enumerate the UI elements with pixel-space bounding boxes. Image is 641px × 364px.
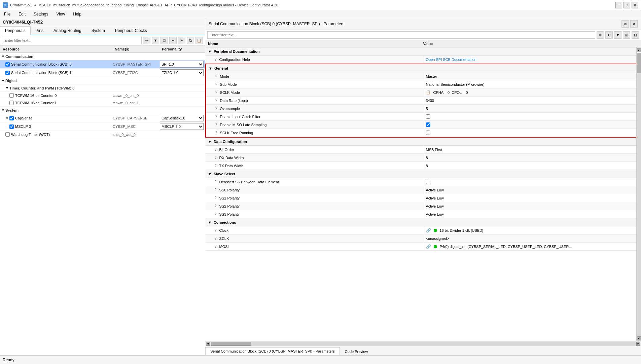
- help-icon-sclkmode[interactable]: ?: [215, 90, 217, 94]
- param-row-deassert-ss: ? Deassert SS Between Data Element: [205, 178, 641, 186]
- tab-system[interactable]: System: [86, 26, 110, 35]
- section-digital[interactable]: ▼ Digital: [0, 77, 205, 84]
- tab-pins[interactable]: Pins: [31, 26, 48, 35]
- capsense-personality-col: CapSense-1.0: [160, 115, 204, 121]
- bottom-tab-code-preview[interactable]: Code Preview: [340, 348, 373, 355]
- help-icon-ss3pol[interactable]: ?: [215, 212, 217, 216]
- deassert-ss-checkbox[interactable]: [426, 180, 430, 184]
- help-icon-rxwidth[interactable]: ?: [215, 156, 217, 159]
- left-filter-btn1[interactable]: ▼: [152, 37, 159, 44]
- help-icon-submode[interactable]: ?: [215, 82, 217, 86]
- maximize-button[interactable]: □: [624, 2, 630, 8]
- menu-view[interactable]: View: [55, 11, 66, 17]
- help-icon-ss1pol[interactable]: ?: [215, 196, 217, 200]
- section-system[interactable]: ▼ System: [0, 107, 205, 114]
- section-tcpwm-label: Timer, Counter, and PWM (TCPWM) 0: [9, 86, 204, 90]
- chevron-digital[interactable]: ▼: [1, 79, 5, 82]
- tab-analog-routing[interactable]: Analog-Routing: [48, 26, 86, 35]
- help-icon-mode[interactable]: ?: [215, 74, 217, 78]
- capsense-checkbox[interactable]: [9, 116, 14, 120]
- minimize-button[interactable]: ─: [615, 2, 622, 8]
- msclp0-personality-select[interactable]: MSCLP-3.0: [160, 123, 204, 130]
- msclp0-checkbox[interactable]: [9, 124, 14, 129]
- left-filter-input[interactable]: [2, 37, 142, 44]
- chevron-system[interactable]: ▼: [1, 108, 5, 112]
- tab-peripheral-clocks[interactable]: Peripheral-Clocks: [110, 26, 152, 35]
- scb0-personality-select[interactable]: SPI-1.0: [160, 61, 204, 68]
- scroll-left-btn[interactable]: ◄: [206, 342, 210, 346]
- left-filter-btn6[interactable]: 📋: [195, 37, 203, 44]
- scroll-up-btn[interactable]: ▲: [637, 48, 641, 52]
- scb1-checkbox[interactable]: [5, 71, 10, 75]
- right-filter-collapse-btn[interactable]: ⊟: [632, 31, 639, 39]
- left-filter-btn2[interactable]: □: [161, 37, 168, 44]
- help-icon-deassert-ss[interactable]: ?: [215, 180, 217, 184]
- vertical-scrollbar[interactable]: ▲ ▼: [636, 47, 641, 341]
- help-icon-mosi[interactable]: ?: [215, 245, 217, 248]
- right-detach-btn[interactable]: ⧉: [621, 20, 629, 28]
- inputglitch-checkbox[interactable]: [426, 114, 430, 119]
- tree-item-scb0[interactable]: Serial Communication Block (SCB) 0 CYBSP…: [0, 60, 205, 69]
- menu-settings[interactable]: Settings: [32, 11, 49, 17]
- help-icon-datarate[interactable]: ?: [215, 99, 217, 102]
- scb0-checkbox[interactable]: [5, 62, 10, 67]
- section-tcpwm[interactable]: ▼ Timer, Counter, and PWM (TCPWM) 0: [0, 84, 205, 92]
- close-button[interactable]: ✕: [632, 2, 638, 8]
- scroll-thumb[interactable]: [637, 53, 641, 73]
- scb1-personality-select[interactable]: EZI2C-1.0: [160, 69, 204, 76]
- help-icon-txwidth[interactable]: ?: [215, 164, 217, 168]
- help-icon-misosampling[interactable]: ?: [215, 123, 217, 126]
- bottom-tab-params[interactable]: Serial Communication Block (SCB) 0 (CYBS…: [205, 347, 340, 355]
- help-icon-config[interactable]: ?: [215, 58, 217, 61]
- tcpwm1-checkbox[interactable]: [9, 101, 14, 105]
- right-filter-refresh-btn[interactable]: ↻: [605, 31, 613, 39]
- open-spi-docs-link[interactable]: Open SPI SCB Documentation: [426, 58, 476, 62]
- section-slave-select[interactable]: ▼ Slave Select: [205, 170, 641, 178]
- chevron-capsense[interactable]: ▼: [5, 116, 9, 120]
- tree-item-msclp0[interactable]: MSCLP 0 CYBSP_MSC MSCLP-3.0: [0, 122, 205, 131]
- tree-item-wdt[interactable]: Watchdog Timer (WDT) srss_0_wdt_0: [0, 131, 205, 138]
- tcpwm0-checkbox[interactable]: [9, 93, 14, 98]
- horizontal-scrollbar[interactable]: ◄ ►: [205, 341, 641, 346]
- help-icon-bitorder[interactable]: ?: [215, 148, 217, 151]
- help-icon-sclk[interactable]: ?: [215, 236, 217, 240]
- misosampling-checkbox[interactable]: [426, 122, 430, 127]
- section-data-config[interactable]: ▼ Data Configuration: [205, 138, 641, 146]
- help-icon-sclkfree[interactable]: ?: [215, 131, 217, 135]
- scroll-right-btn[interactable]: ►: [636, 342, 640, 346]
- right-filter-funnel-btn[interactable]: ▼: [614, 31, 621, 39]
- help-icon-clock[interactable]: ?: [215, 228, 217, 232]
- menu-help[interactable]: Help: [72, 11, 83, 17]
- help-icon-inputglitch[interactable]: ?: [215, 115, 217, 118]
- chevron-tcpwm[interactable]: ▼: [5, 86, 9, 90]
- section-connections[interactable]: ▼ Connections: [205, 218, 641, 226]
- h-scroll-thumb[interactable]: [211, 342, 251, 346]
- param-row-oversample: ? Oversample 5: [206, 105, 640, 113]
- scroll-down-btn[interactable]: ▼: [637, 336, 641, 340]
- left-filter-btn3[interactable]: +: [169, 37, 177, 44]
- section-peripheral-docs[interactable]: ▼ Peripheral Documentation: [205, 47, 641, 56]
- section-communication[interactable]: ▼ Communication: [0, 53, 205, 60]
- help-icon-oversample[interactable]: ?: [215, 107, 217, 110]
- menu-file[interactable]: File: [3, 11, 12, 17]
- right-filter-input[interactable]: [207, 31, 595, 39]
- right-filter-clear-btn[interactable]: ✏: [597, 31, 604, 39]
- menu-edit[interactable]: Edit: [17, 11, 27, 17]
- chevron-communication[interactable]: ▼: [1, 54, 5, 58]
- sclkfree-checkbox[interactable]: [426, 131, 430, 135]
- tab-peripherals[interactable]: Peripherals: [0, 26, 31, 35]
- left-filter-clear-btn[interactable]: ✏: [143, 37, 150, 44]
- left-filter-btn5[interactable]: ⧉: [187, 37, 194, 44]
- tree-item-scb1[interactable]: Serial Communication Block (SCB) 1 CYBSP…: [0, 69, 205, 77]
- capsense-personality-select[interactable]: CapSense-1.0: [160, 115, 204, 121]
- help-icon-ss2pol[interactable]: ?: [215, 204, 217, 208]
- tree-item-tcpwm1[interactable]: TCPWM 16-bit Counter 1 tcpwm_0_cnt_1: [0, 99, 205, 107]
- section-general[interactable]: ▼ General: [206, 64, 640, 72]
- right-filter-expand-btn[interactable]: ⊞: [623, 31, 630, 39]
- help-icon-ss0pol[interactable]: ?: [215, 188, 217, 192]
- tree-item-tcpwm0[interactable]: TCPWM 16-bit Counter 0 tcpwm_0_cnt_0: [0, 92, 205, 99]
- right-close-btn[interactable]: ✕: [630, 20, 638, 28]
- wdt-checkbox[interactable]: [5, 132, 10, 137]
- tree-item-capsense[interactable]: ▼ CapSense CYBSP_CAPSENSE CapSense-1.0: [0, 114, 205, 122]
- left-filter-btn4[interactable]: ✂: [178, 37, 185, 44]
